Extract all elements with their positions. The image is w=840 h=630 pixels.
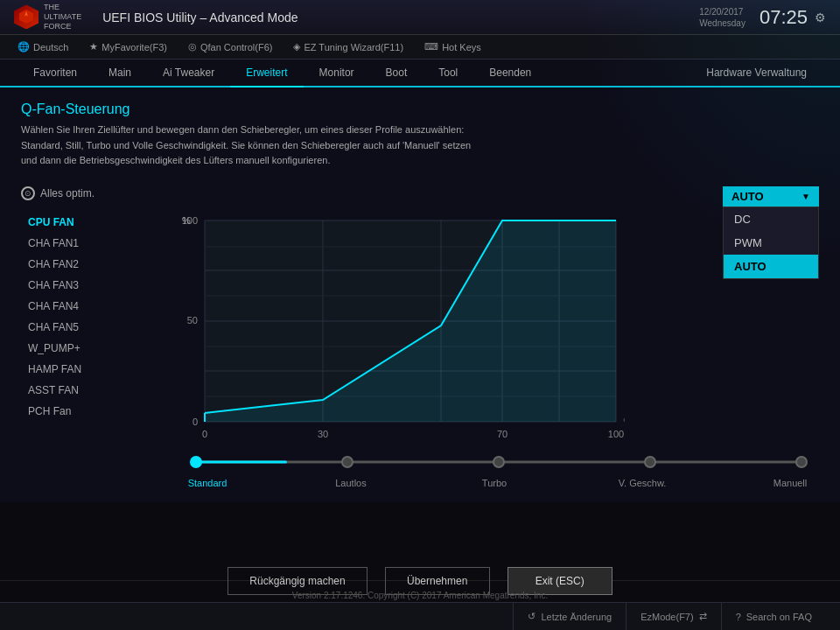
fan-item-pch[interactable]: PCH Fan: [21, 402, 161, 421]
header-bar: THE ULTIMATE FORCE UEFI BIOS Utility – A…: [0, 0, 840, 35]
slider-label-standard: Standard: [181, 478, 234, 488]
mode-dropdown-button[interactable]: AUTO ▼: [723, 186, 819, 206]
slider-label-turbo: Turbo: [468, 478, 521, 488]
slider-label-vgeschw: V. Geschw.: [612, 478, 673, 488]
status-bar: ↺ Letzte Änderung EzMode(F7) ⇄ ? Search …: [0, 602, 840, 630]
status-bar-right: ↺ Letzte Änderung EzMode(F7) ⇄ ? Search …: [513, 603, 826, 631]
logo-icon: [14, 4, 38, 29]
page-title: Q-Fan-Steuerung: [21, 102, 819, 117]
dropdown-arrow-icon: ▼: [802, 192, 810, 201]
slider-label-lautlos: Lautlos: [325, 478, 377, 488]
slider-dot-standard[interactable]: [190, 456, 202, 468]
profile-slider-area: Standard Lautlos Turbo V. Geschw. Manuel…: [178, 453, 819, 488]
status-letzte[interactable]: ↺ Letzte Änderung: [513, 603, 626, 631]
nav-qfan[interactable]: ◎ Qfan Control(F6): [188, 41, 273, 52]
slider-label-manuell: Manuell: [764, 478, 816, 488]
dropdown-option-auto[interactable]: AUTO: [724, 255, 818, 278]
nav-deutsch[interactable]: 🌐 Deutsch: [18, 41, 68, 52]
chart-header: AUTO ▼ DC PWM AUTO: [178, 186, 819, 206]
slider-dot-lautlos[interactable]: [341, 456, 354, 468]
hotkeys-icon: ⌨: [424, 41, 438, 52]
slider-dot-manuell[interactable]: [795, 456, 808, 468]
nav-icons-bar: 🌐 Deutsch ★ MyFavorite(F3) ◎ Qfan Contro…: [0, 35, 840, 60]
alles-optim-button[interactable]: ⊙ Alles optim.: [21, 186, 161, 200]
svg-text:70: 70: [497, 429, 508, 439]
status-ezmode[interactable]: EzMode(F7) ⇄: [626, 603, 721, 631]
qfan-icon: ◎: [188, 41, 197, 52]
bios-title: UEFI BIOS Utility – Advanced Mode: [102, 10, 298, 24]
menu-erweitert[interactable]: Erweitert: [230, 60, 303, 88]
menu-favoriten[interactable]: Favoriten: [18, 60, 93, 88]
menu-beenden[interactable]: Beenden: [473, 60, 547, 88]
slider-dot-turbo[interactable]: [493, 456, 505, 468]
svg-text:50: 50: [187, 315, 198, 326]
nav-eztuning[interactable]: ◈ EZ Tuning Wizard(F11): [293, 41, 403, 52]
menu-main[interactable]: Main: [93, 60, 147, 88]
menu-tool[interactable]: Tool: [423, 60, 473, 88]
fan-chart[interactable]: 100 50 0 0 30 70 100 °C: [178, 212, 625, 439]
nav-myfavorite[interactable]: ★ MyFavorite(F3): [89, 41, 167, 52]
chart-container: AUTO ▼ DC PWM AUTO %: [178, 186, 819, 488]
dropdown-option-dc[interactable]: DC: [724, 207, 818, 231]
nav-hotkeys[interactable]: ⌨ Hot Keys: [424, 41, 481, 52]
fan-list: ⊙ Alles optim. CPU FAN CHA FAN1 CHA FAN2…: [21, 186, 161, 423]
status-searchfaq[interactable]: ? Search on FAQ: [721, 603, 826, 631]
mode-dropdown-wrapper: AUTO ▼ DC PWM AUTO: [723, 186, 819, 206]
svg-text:0: 0: [202, 429, 207, 439]
favorite-icon: ★: [89, 41, 98, 52]
version-text: Version 2.17.1246. Copyright (C) 2017 Am…: [292, 591, 548, 600]
gear-icon[interactable]: ⚙: [815, 10, 826, 24]
deutsch-icon: 🌐: [18, 41, 30, 52]
logo-text: THE ULTIMATE FORCE: [44, 3, 81, 31]
fan-item-wpump[interactable]: W_PUMP+: [21, 339, 161, 358]
menu-hardware[interactable]: Hardware Verwaltung: [690, 60, 822, 88]
time-display: 07:25: [760, 8, 808, 27]
fan-item-cha2[interactable]: CHA FAN2: [21, 255, 161, 274]
time-area: 07:25 ⚙: [760, 8, 826, 27]
fan-item-cha1[interactable]: CHA FAN1: [21, 234, 161, 253]
fan-item-cha5[interactable]: CHA FAN5: [21, 318, 161, 337]
fan-item-cha4[interactable]: CHA FAN4: [21, 297, 161, 316]
svg-text:30: 30: [318, 429, 328, 439]
letzte-icon: ↺: [528, 611, 536, 622]
fan-item-cha3[interactable]: CHA FAN3: [21, 276, 161, 295]
svg-text:100: 100: [608, 429, 624, 439]
menu-ai-tweaker[interactable]: Ai Tweaker: [147, 60, 230, 88]
svg-text:°C: °C: [623, 416, 625, 427]
slider-dot-vgeschw[interactable]: [644, 456, 656, 468]
mode-dropdown-menu: DC PWM AUTO: [723, 206, 819, 279]
slider-labels: Standard Lautlos Turbo V. Geschw. Manuel…: [187, 478, 810, 488]
datetime: 12/20/2017 Wednesday: [699, 6, 746, 29]
menu-monitor[interactable]: Monitor: [304, 60, 370, 88]
searchfaq-icon: ?: [736, 612, 741, 622]
fan-item-cpu[interactable]: CPU FAN: [21, 213, 161, 232]
menu-boot[interactable]: Boot: [370, 60, 424, 88]
eztuning-icon: ◈: [293, 41, 300, 52]
chart-y-label: %: [182, 215, 191, 226]
optim-icon: ⊙: [21, 186, 35, 200]
svg-text:0: 0: [192, 416, 198, 427]
fan-item-hamp[interactable]: HAMP FAN: [21, 360, 161, 379]
page-description: Wählen Sie Ihren Ziellüfter und bewegen …: [21, 122, 634, 169]
dropdown-option-pwm[interactable]: PWM: [724, 231, 818, 255]
fan-control-area: ⊙ Alles optim. CPU FAN CHA FAN1 CHA FAN2…: [21, 186, 819, 488]
logo: THE ULTIMATE FORCE: [14, 3, 81, 31]
main-content: Q-Fan-Steuerung Wählen Sie Ihren Ziellüf…: [0, 88, 840, 502]
fan-item-asst[interactable]: ASST FAN: [21, 381, 161, 400]
ezmode-icon: ⇄: [699, 611, 707, 622]
menubar: Favoriten Main Ai Tweaker Erweitert Moni…: [0, 60, 840, 88]
